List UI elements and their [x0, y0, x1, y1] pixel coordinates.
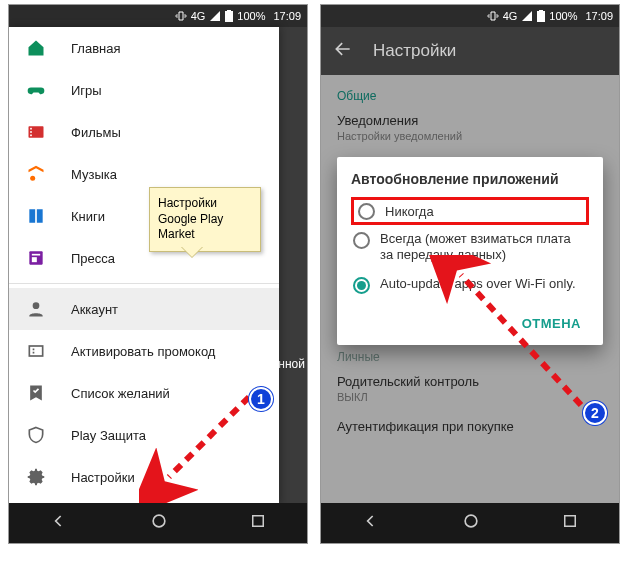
auto-update-dialog: Автообновление приложений Никогда Всегда…	[337, 157, 603, 345]
drawer-label: Активировать промокод	[71, 344, 215, 359]
games-icon	[25, 80, 47, 100]
svg-rect-8	[32, 254, 40, 256]
clock: 17:09	[585, 10, 613, 22]
press-icon	[25, 248, 47, 268]
status-bar: 4G 100% 17:09	[321, 5, 619, 27]
nav-recent-icon[interactable]	[249, 512, 267, 534]
drawer-item-wishlist[interactable]: Список желаний	[9, 372, 279, 414]
svg-rect-0	[225, 11, 233, 22]
opt-never-label[interactable]: Никогда	[385, 204, 434, 219]
movies-icon	[25, 122, 47, 142]
nav-back-icon[interactable]	[361, 511, 381, 535]
signal-icon	[521, 10, 533, 22]
status-bar: 4G 100% 17:09	[9, 5, 307, 27]
drawer-label: Пресса	[71, 251, 115, 266]
drawer-label: Список желаний	[71, 386, 170, 401]
drawer-label: Play Защита	[71, 428, 146, 443]
strip-text: нной	[278, 357, 305, 371]
svg-point-6	[30, 176, 35, 181]
drawer-label: Книги	[71, 209, 105, 224]
network-icon: 4G	[191, 10, 206, 22]
books-icon	[25, 206, 47, 226]
cancel-button[interactable]: ОТМЕНА	[514, 310, 589, 337]
drawer-label: Главная	[71, 41, 120, 56]
opt-always-label: Всегда (может взиматься плата за передач…	[380, 231, 587, 264]
drawer-item-promo[interactable]: Активировать промокод	[9, 330, 279, 372]
settings-body: Общие Уведомления Настройки уведомлений …	[321, 75, 619, 505]
phone-right: 4G 100% 17:09 Настройки Общие Уведомлени…	[320, 4, 620, 544]
battery-icon	[537, 10, 545, 22]
android-navbar	[321, 503, 619, 543]
step-badge-1: 1	[249, 387, 273, 411]
network-icon: 4G	[503, 10, 518, 22]
nav-home-icon[interactable]	[461, 511, 481, 535]
drawer-item-games[interactable]: Игры	[9, 69, 279, 111]
drawer-label: Фильмы	[71, 125, 121, 140]
wishlist-icon	[25, 383, 47, 403]
svg-rect-11	[29, 346, 42, 356]
radio-always[interactable]	[353, 232, 370, 249]
svg-rect-15	[537, 11, 545, 22]
drawer-item-home[interactable]: Главная	[9, 27, 279, 69]
svg-rect-4	[30, 131, 32, 133]
phone-left: 4G 100% 17:09 нной ГлавнаяИгрыФильмыМузы…	[8, 4, 308, 544]
left-body: нной ГлавнаяИгрыФильмыМузыкаКнигиПрессаА…	[9, 27, 307, 505]
appbar-title: Настройки	[373, 41, 456, 61]
settings-icon	[25, 467, 47, 487]
android-navbar	[9, 503, 307, 543]
vibrate-icon	[175, 10, 187, 22]
battery-text: 100%	[237, 10, 265, 22]
svg-rect-18	[565, 516, 576, 527]
drawer-label: Настройки	[71, 470, 135, 485]
nav-drawer: ГлавнаяИгрыФильмыМузыкаКнигиПрессаАккаун…	[9, 27, 279, 505]
dialog-scrim[interactable]: Автообновление приложений Никогда Всегда…	[321, 75, 619, 505]
svg-point-17	[465, 515, 477, 527]
svg-rect-14	[253, 516, 264, 527]
signal-icon	[209, 10, 221, 22]
drawer-label: Музыка	[71, 167, 117, 182]
music-icon	[25, 164, 47, 184]
svg-rect-9	[32, 257, 37, 262]
svg-rect-16	[539, 10, 543, 11]
background-strip: нной	[277, 27, 307, 505]
drawer-label: Аккаунт	[71, 302, 118, 317]
svg-rect-3	[30, 128, 32, 130]
drawer-item-account[interactable]: Аккаунт	[9, 288, 279, 330]
drawer-item-settings[interactable]: Настройки	[9, 456, 279, 498]
opt-wifi[interactable]: Auto-update apps over Wi-Fi only.	[351, 270, 589, 300]
opt-always[interactable]: Всегда (может взиматься плата за передач…	[351, 225, 589, 270]
opt-wifi-label: Auto-update apps over Wi-Fi only.	[380, 276, 576, 292]
drawer-item-protect[interactable]: Play Защита	[9, 414, 279, 456]
drawer-label: Игры	[71, 83, 102, 98]
dialog-title: Автообновление приложений	[351, 171, 589, 187]
account-icon	[25, 299, 47, 319]
radio-never[interactable]	[358, 203, 375, 220]
vibrate-icon	[487, 10, 499, 22]
svg-rect-5	[30, 135, 32, 137]
back-arrow-icon[interactable]	[333, 39, 353, 64]
app-bar: Настройки	[321, 27, 619, 75]
clock: 17:09	[273, 10, 301, 22]
battery-icon	[225, 10, 233, 22]
nav-home-icon[interactable]	[149, 511, 169, 535]
step-badge-2: 2	[583, 401, 607, 425]
nav-recent-icon[interactable]	[561, 512, 579, 534]
highlight-never: Никогда	[351, 197, 589, 225]
home-icon	[25, 38, 47, 58]
callout-tooltip: Настройки Google Play Market	[149, 187, 261, 252]
svg-point-13	[153, 515, 165, 527]
svg-point-10	[33, 302, 40, 309]
radio-wifi[interactable]	[353, 277, 370, 294]
promo-icon	[25, 341, 47, 361]
nav-back-icon[interactable]	[49, 511, 69, 535]
battery-text: 100%	[549, 10, 577, 22]
protect-icon	[25, 425, 47, 445]
drawer-item-movies[interactable]: Фильмы	[9, 111, 279, 153]
svg-rect-1	[227, 10, 231, 11]
